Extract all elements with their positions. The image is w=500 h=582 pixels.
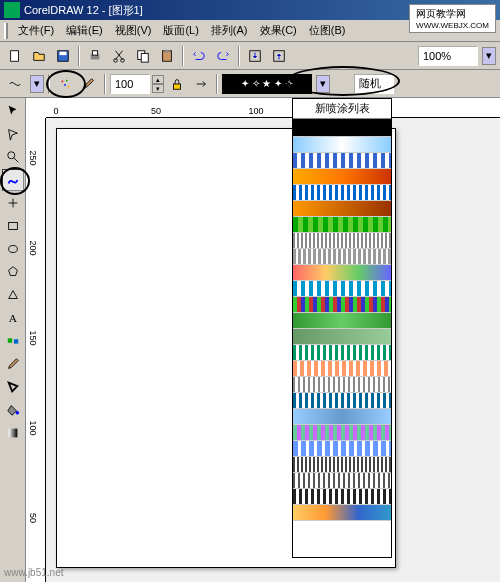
freehand-tool[interactable] (2, 169, 24, 191)
spray-item[interactable] (293, 137, 391, 153)
size-up[interactable]: ▴ (152, 75, 164, 84)
spray-preview-dropdown[interactable]: ▾ (316, 75, 330, 93)
spray-list-header: 新喷涂列表 (293, 99, 391, 119)
spray-item[interactable] (293, 345, 391, 361)
export-button[interactable] (268, 45, 290, 67)
svg-text:A: A (9, 312, 18, 324)
smart-draw-tool[interactable] (2, 192, 24, 214)
spray-item[interactable] (293, 201, 391, 217)
svg-point-13 (62, 80, 64, 82)
copy-button[interactable] (132, 45, 154, 67)
spray-item[interactable] (293, 393, 391, 409)
pick-tool[interactable] (2, 100, 24, 122)
spray-list-dropdown[interactable]: 新喷涂列表 (292, 98, 392, 558)
new-button[interactable] (4, 45, 26, 67)
spray-item[interactable] (293, 185, 391, 201)
menu-file[interactable]: 文件(F) (12, 21, 60, 40)
spray-item[interactable] (293, 377, 391, 393)
menu-arrange[interactable]: 排列(A) (205, 21, 254, 40)
spray-item[interactable] (293, 249, 391, 265)
preset-dropdown[interactable]: ▾ (30, 75, 44, 93)
cut-button[interactable] (108, 45, 130, 67)
freehand-icon (6, 173, 20, 187)
spray-item[interactable] (293, 505, 391, 521)
menu-bitmaps[interactable]: 位图(B) (303, 21, 352, 40)
canvas[interactable] (46, 118, 500, 582)
svg-rect-2 (60, 51, 67, 55)
spray-item[interactable] (293, 473, 391, 489)
spray-item[interactable] (293, 119, 391, 137)
smart-icon (6, 196, 20, 210)
ruler-vertical[interactable]: 50 100 150 200 250 (26, 118, 46, 582)
redo-icon (216, 49, 230, 63)
menu-effects[interactable]: 效果(C) (254, 21, 303, 40)
svg-rect-4 (92, 50, 97, 54)
spray-item[interactable] (293, 169, 391, 185)
import-button[interactable] (244, 45, 266, 67)
size-down[interactable]: ▾ (152, 84, 164, 93)
blend-icon (6, 334, 20, 348)
svg-point-24 (16, 411, 20, 415)
link-button[interactable] (166, 73, 188, 95)
spray-item[interactable] (293, 489, 391, 505)
menu-layout[interactable]: 版面(L) (157, 21, 204, 40)
spray-item[interactable] (293, 153, 391, 169)
fill-tool[interactable] (2, 399, 24, 421)
rectangle-icon (6, 219, 20, 233)
polygon-tool[interactable] (2, 261, 24, 283)
eyedropper-tool[interactable] (2, 353, 24, 375)
spray-item[interactable] (293, 233, 391, 249)
zoom-combo[interactable]: 100% (418, 46, 478, 66)
spray-item[interactable] (293, 313, 391, 329)
preset-button[interactable] (4, 73, 26, 95)
spray-item[interactable] (293, 409, 391, 425)
text-icon: A (6, 311, 20, 325)
svg-rect-22 (8, 338, 12, 342)
spray-item[interactable] (293, 217, 391, 233)
brush-tool-btn[interactable] (78, 73, 100, 95)
menubar-grip[interactable] (4, 23, 8, 39)
redo-button[interactable] (212, 45, 234, 67)
direction-icon (194, 77, 208, 91)
print-icon (88, 49, 102, 63)
spray-item[interactable] (293, 425, 391, 441)
zoom-icon (6, 150, 20, 164)
workspace: A 0 50 100 50 100 150 200 250 (0, 98, 500, 582)
ruler-horizontal[interactable]: 0 50 100 (46, 98, 500, 118)
interactive-tool[interactable] (2, 330, 24, 352)
mode-combo[interactable]: 随机 (354, 74, 394, 94)
svg-point-20 (9, 246, 18, 253)
spray-preview[interactable]: ✦ ✧ ★ ✦ ✧ (222, 74, 312, 94)
spray-item[interactable] (293, 281, 391, 297)
spray-tool-btn[interactable] (54, 73, 76, 95)
open-button[interactable] (28, 45, 50, 67)
basic-shapes-tool[interactable] (2, 284, 24, 306)
shape-tool[interactable] (2, 123, 24, 145)
size-input[interactable]: 100 (110, 74, 150, 94)
spray-item[interactable] (293, 265, 391, 281)
polygon-icon (6, 265, 20, 279)
watermark: 网页教学网 WWW.WEBJX.COM (409, 4, 496, 33)
undo-button[interactable] (188, 45, 210, 67)
app-icon (4, 2, 20, 18)
print-button[interactable] (84, 45, 106, 67)
spray-item[interactable] (293, 457, 391, 473)
spray-item[interactable] (293, 361, 391, 377)
direction-button[interactable] (190, 73, 212, 95)
spray-item[interactable] (293, 441, 391, 457)
ellipse-tool[interactable] (2, 238, 24, 260)
rectangle-tool[interactable] (2, 215, 24, 237)
outline-tool[interactable] (2, 376, 24, 398)
fill-icon (6, 403, 20, 417)
zoom-tool[interactable] (2, 146, 24, 168)
paste-button[interactable] (156, 45, 178, 67)
interactive-fill-tool[interactable] (2, 422, 24, 444)
menu-view[interactable]: 视图(V) (109, 21, 158, 40)
spray-item[interactable] (293, 297, 391, 313)
zoom-dropdown-arrow[interactable]: ▾ (482, 47, 496, 65)
spray-item[interactable] (293, 329, 391, 345)
text-tool[interactable]: A (2, 307, 24, 329)
save-button[interactable] (52, 45, 74, 67)
spray-list[interactable] (293, 119, 391, 559)
menu-edit[interactable]: 编辑(E) (60, 21, 109, 40)
